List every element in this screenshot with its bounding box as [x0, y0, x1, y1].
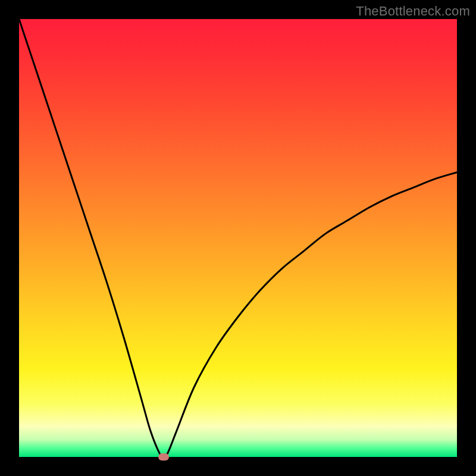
outer-frame: TheBottleneck.com: [0, 0, 476, 476]
plot-area: [19, 19, 457, 457]
minimum-marker: [158, 453, 169, 461]
watermark-text: TheBottleneck.com: [356, 4, 470, 19]
bottleneck-curve: [19, 19, 457, 457]
